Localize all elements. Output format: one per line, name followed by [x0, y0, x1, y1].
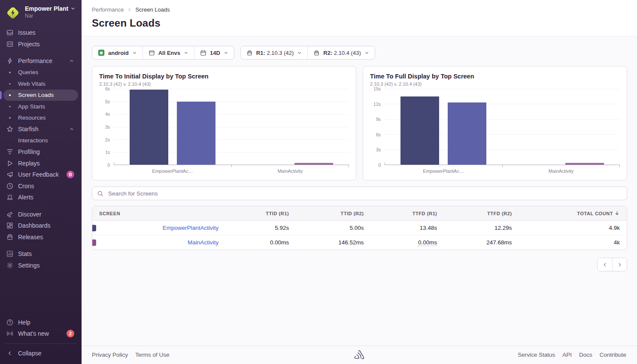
bar — [294, 163, 333, 165]
org-switcher[interactable]: Empower Plant Nar — [0, 0, 82, 26]
metric-cell: 4k — [519, 235, 627, 250]
x-category-label: MainActivity — [231, 168, 349, 174]
sidebar-item-queries[interactable]: Queries — [3, 67, 78, 78]
sidebar-item-crons[interactable]: Crons — [3, 180, 78, 192]
sidebar-item-projects[interactable]: Projects — [3, 39, 78, 50]
sidebar-item-help[interactable]: Help — [3, 317, 78, 328]
chevron-down-icon — [297, 51, 302, 55]
sidebar-item-label: Help — [18, 319, 30, 326]
screen-link[interactable]: EmpowerPlantActivity — [163, 225, 219, 231]
megaphone-icon — [6, 171, 14, 178]
column-header-ttfd-r1-[interactable]: TTFD (R1) — [370, 206, 444, 221]
sidebar-item-whats-new[interactable]: What's new2 — [3, 328, 78, 340]
release1-filter[interactable]: R1: 2.10.3 (42) — [241, 46, 307, 59]
screens-table: ScreenTTID (R1)TTID (R2)TTFD (R1)TTFD (R… — [92, 206, 627, 250]
page-footer: Privacy PolicyTerms of Use Service Statu… — [82, 346, 637, 364]
chevron-right-icon — [127, 7, 132, 12]
sidebar-item-label: Starfish — [18, 126, 38, 132]
screen-link[interactable]: MainActivity — [188, 239, 218, 246]
footer-link-terms-of-use[interactable]: Terms of Use — [135, 352, 170, 358]
column-header-ttid-r1-[interactable]: TTID (R1) — [225, 206, 296, 221]
bar — [400, 96, 439, 165]
search-input[interactable] — [107, 190, 622, 197]
stats-icon — [6, 250, 14, 257]
sidebar-item-performance[interactable]: Performance — [3, 55, 78, 67]
sidebar-item-dashboards[interactable]: Dashboards — [3, 220, 78, 232]
sidebar-item-user-feedback[interactable]: User FeedbackB — [3, 169, 78, 180]
sidebar-item-stats[interactable]: Stats — [3, 248, 78, 260]
sidebar-item-label: Crons — [18, 183, 34, 190]
x-category-label: EmpowerPlantAc… — [385, 168, 502, 174]
sidebar-item-label: What's new — [18, 330, 49, 337]
breadcrumb-performance[interactable]: Performance — [92, 6, 124, 13]
sidebar-item-issues[interactable]: Issues — [3, 27, 78, 39]
sidebar-item-profiling[interactable]: Profiling — [3, 146, 78, 158]
charts-row: Time To Initial Display by Top Screen 2.… — [92, 66, 627, 180]
chevron-up-icon — [69, 58, 74, 63]
footer-link-privacy-policy[interactable]: Privacy Policy — [92, 352, 128, 358]
y-tick-label: 6s — [376, 132, 381, 137]
sidebar-item-label: Web Vitals — [18, 81, 46, 87]
bullet-dot-icon — [9, 106, 11, 108]
footer-link-service-status[interactable]: Service Status — [518, 352, 555, 358]
release2-filter[interactable]: R2: 2.10.4 (43) — [307, 46, 374, 59]
footer-link-docs[interactable]: Docs — [579, 352, 592, 358]
release1-value: 2.10.3 (42) — [267, 50, 294, 56]
environment-filter-label: All Envs — [158, 50, 180, 56]
sidebar-item-label: User Feedback — [18, 171, 59, 178]
page-header: Performance Screen Loads Screen Loads — [82, 0, 637, 36]
table-header-row: ScreenTTID (R1)TTID (R2)TTFD (R1)TTFD (R… — [92, 206, 627, 221]
bullet-dot-icon — [9, 94, 11, 96]
sidebar-item-settings[interactable]: Settings — [3, 260, 78, 271]
column-header-screen[interactable]: Screen — [92, 206, 225, 221]
table-row: MainActivity0.00ms146.52ms0.00ms247.68ms… — [92, 235, 627, 250]
sidebar-item-discover[interactable]: Discover — [3, 209, 78, 220]
bar — [448, 102, 486, 165]
bullet-dot-icon — [9, 72, 11, 73]
sidebar-item-label: Screen Loads — [18, 92, 54, 98]
sort-desc-arrow-icon — [614, 211, 620, 216]
x-category-label: MainActivity — [502, 168, 620, 174]
sidebar-item-releases[interactable]: Releases — [3, 232, 78, 243]
x-tick-mark — [231, 165, 232, 167]
sidebar-item-replays[interactable]: Replays — [3, 158, 78, 169]
date-range-filter[interactable]: 14D — [194, 46, 234, 59]
sidebar-item-web-vitals[interactable]: Web Vitals — [3, 78, 78, 90]
chart-plot — [114, 89, 349, 165]
previous-page-button[interactable] — [598, 258, 612, 271]
screens-search — [92, 187, 627, 200]
telescope-icon — [6, 211, 14, 218]
siren-icon — [6, 194, 14, 201]
x-axis-labels: EmpowerPlantAc…MainActivity — [385, 168, 620, 174]
column-header-ttfd-r2-[interactable]: TTFD (R2) — [444, 206, 519, 221]
sidebar-item-label: Interactions — [18, 137, 48, 144]
star-icon — [6, 126, 14, 132]
environment-filter[interactable]: All Envs — [143, 46, 194, 59]
sidebar-item-starfish[interactable]: Starfish — [3, 123, 78, 135]
sidebar-item-collapse[interactable]: Collapse — [3, 348, 78, 359]
beta-badge: B — [67, 171, 74, 178]
footer-link-api[interactable]: API — [562, 352, 572, 358]
release-filter-group: R1: 2.10.3 (42) R2: 2.10.4 (43) — [240, 46, 375, 60]
footer-link-contribute[interactable]: Contribute — [600, 352, 626, 358]
breadcrumb: Performance Screen Loads — [92, 6, 626, 13]
sidebar-item-alerts[interactable]: Alerts — [3, 192, 78, 203]
calendar-icon — [200, 50, 206, 56]
pagination — [92, 258, 627, 271]
main-area: Performance Screen Loads Screen Loads an… — [82, 0, 637, 364]
column-header-ttid-r2-[interactable]: TTID (R2) — [296, 206, 370, 221]
next-page-button[interactable] — [612, 258, 627, 271]
sidebar-nav: IssuesProjectsPerformanceQueriesWeb Vita… — [0, 26, 82, 317]
sidebar-footer: HelpWhat's new2Collapse — [0, 317, 82, 364]
metric-cell: 4.9k — [519, 221, 627, 235]
project-filter[interactable]: android — [92, 46, 143, 59]
sidebar-item-app-starts[interactable]: App Starts — [3, 101, 78, 112]
metric-cell: 247.68ms — [444, 235, 519, 250]
release1-prefix: R1: — [256, 50, 265, 56]
sidebar-item-label: Discover — [18, 211, 41, 218]
sidebar-item-resources[interactable]: Resources — [3, 112, 78, 124]
sidebar-item-interactions[interactable]: Interactions — [3, 135, 78, 147]
y-axis: 15s12s9s6s3s0 — [370, 89, 385, 165]
column-header-total-count[interactable]: Total Count — [519, 206, 627, 221]
sidebar-item-screen-loads[interactable]: Screen Loads — [3, 90, 78, 101]
